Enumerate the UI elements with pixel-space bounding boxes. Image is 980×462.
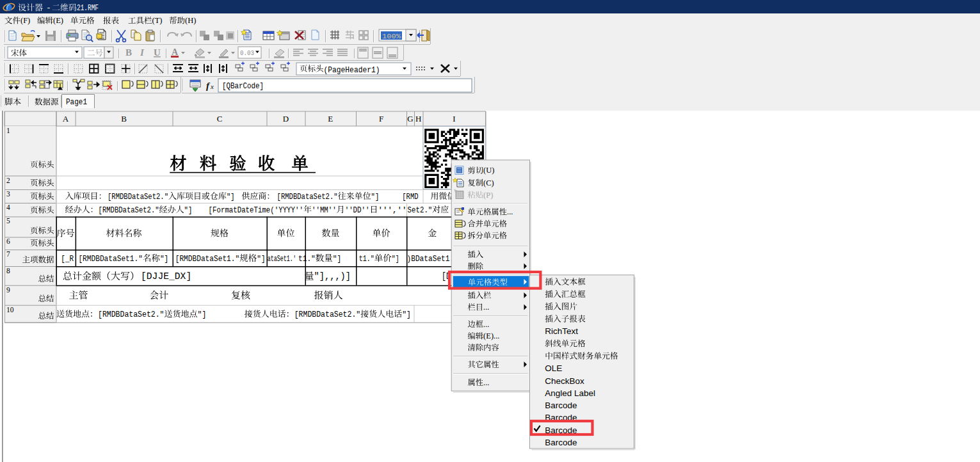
svg-text:D: D — [283, 114, 289, 123]
svg-text:Barcode: Barcode — [545, 438, 577, 447]
svg-text:"]: "] — [392, 255, 399, 264]
svg-text:"]: "] — [184, 206, 193, 215]
svg-text:"]: "] — [371, 193, 380, 202]
svg-text:G: G — [407, 114, 413, 123]
svg-text:(F): (F) — [20, 16, 30, 25]
svg-text:''DD'': ''DD'' — [345, 206, 370, 215]
svg-text:Angled Label: Angled Label — [545, 388, 595, 398]
svg-text:21.RMF: 21.RMF — [77, 3, 99, 13]
svg-text:[_R: [_R — [61, 255, 74, 264]
svg-text:6: 6 — [6, 237, 10, 245]
svg-text:[FormatDateTime('YYYY'': [FormatDateTime('YYYY'' — [209, 206, 303, 215]
svg-text:2: 2 — [6, 177, 10, 184]
svg-text:Set2.": Set2." — [408, 206, 433, 215]
svg-text:"]: "] — [198, 310, 207, 319]
svg-text:A: A — [172, 47, 179, 57]
svg-text:"]: "] — [160, 255, 168, 264]
svg-text:8: 8 — [6, 267, 10, 275]
svg-text:(U): (U) — [483, 166, 494, 175]
svg-text:Barcode: Barcode — [545, 401, 577, 410]
svg-text:A: A — [63, 114, 69, 123]
svg-text:I: I — [140, 47, 145, 58]
svg-text:100%: 100% — [382, 32, 401, 40]
svg-text:0.03: 0.03 — [240, 49, 254, 57]
svg-text:I: I — [453, 114, 455, 123]
svg-text:[RMDBDataSet1.": [RMDBDataSet1." — [175, 255, 240, 264]
svg-text:[RMDBDataSet2.": [RMDBDataSet2." — [294, 310, 361, 319]
svg-text:"],,,)]: "],,,)] — [314, 272, 351, 282]
svg-text:9: 9 — [6, 286, 10, 294]
svg-text:''MM'': ''MM'' — [312, 206, 337, 215]
svg-text:[DJJE_DX]: [DJJE_DX] — [141, 272, 191, 282]
svg-text:OLE: OLE — [545, 363, 562, 373]
svg-text:7: 7 — [6, 250, 10, 258]
svg-text:(T): (T) — [152, 16, 163, 25]
svg-text:[RMDBDataSet2.": [RMDBDataSet2." — [108, 193, 168, 202]
svg-text:t1.": t1." — [359, 255, 374, 264]
svg-text:(E): (E) — [53, 16, 63, 25]
svg-text:t1.": t1." — [298, 255, 316, 264]
svg-text:RichText: RichText — [545, 326, 578, 336]
svg-text:5: 5 — [6, 217, 10, 225]
svg-text:E: E — [328, 114, 333, 123]
svg-text:(E)...: (E)... — [483, 331, 499, 340]
svg-text:x: x — [210, 83, 214, 90]
svg-text:ataSet1.': ataSet1.' — [268, 255, 296, 264]
svg-text:U: U — [154, 47, 161, 58]
svg-text:(H): (H) — [185, 16, 196, 25]
svg-text:B: B — [125, 47, 132, 58]
svg-text:[QBarCode]: [QBarCode] — [222, 82, 264, 91]
svg-text:[RMDBDataSet1.": [RMDBDataSet1." — [78, 255, 142, 264]
svg-text:Page1: Page1 — [66, 97, 87, 107]
svg-text:3: 3 — [6, 190, 10, 198]
svg-text:(P): (P) — [483, 191, 493, 200]
svg-text:)BDataSet1.": )BDataSet1." — [407, 255, 458, 264]
svg-text:...: ... — [483, 303, 489, 312]
svg-text:B: B — [121, 114, 127, 123]
svg-text:CheckBox: CheckBox — [545, 376, 584, 386]
svg-text:H: H — [415, 114, 421, 123]
svg-text:1: 1 — [6, 127, 10, 134]
svg-text:C: C — [217, 114, 223, 123]
svg-text:F: F — [379, 114, 383, 123]
svg-text:[RMDBDataSet2.": [RMDBDataSet2." — [98, 310, 165, 319]
svg-text:"]: "] — [402, 310, 411, 319]
svg-text:...: ... — [483, 320, 489, 329]
svg-text:...: ... — [483, 378, 489, 387]
svg-text:''','': ''','' — [378, 206, 406, 215]
svg-text:"]: "] — [333, 255, 341, 264]
svg-text:4: 4 — [6, 203, 10, 211]
svg-text:...: ... — [507, 207, 513, 216]
svg-text:[RMDBDataSet2.": [RMDBDataSet2." — [99, 206, 159, 215]
svg-text:[RMDBDataSet2.": [RMDBDataSet2." — [277, 193, 338, 202]
svg-text:-: - — [46, 3, 51, 13]
svg-text:(C): (C) — [483, 179, 494, 187]
svg-text:(PageHeader1): (PageHeader1) — [324, 66, 380, 75]
svg-text:"]: "] — [257, 255, 265, 264]
svg-text:"]: "] — [227, 193, 235, 202]
svg-text:[RMD: [RMD — [402, 193, 418, 202]
svg-text:10: 10 — [6, 306, 14, 314]
